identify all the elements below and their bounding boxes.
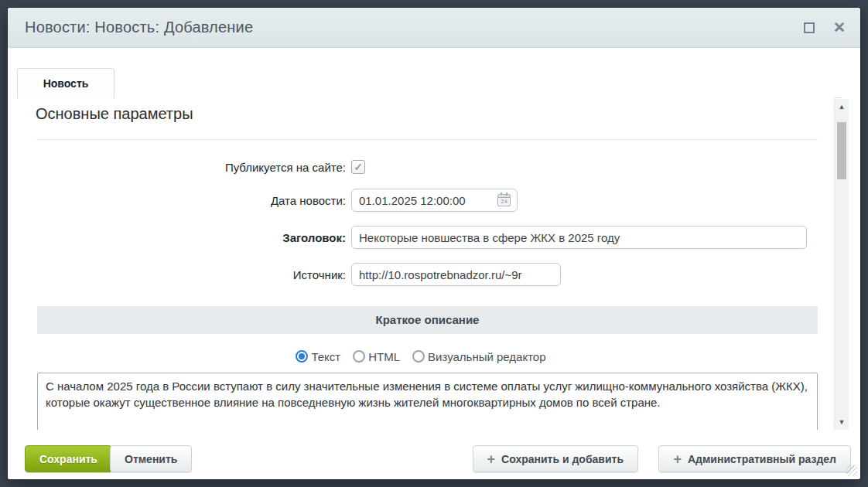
dialog-title: Новости: Новость: Добавление bbox=[25, 19, 253, 36]
admin-section-button[interactable]: + Административный раздел bbox=[658, 445, 851, 472]
title-input[interactable] bbox=[351, 226, 807, 249]
mode-option-html[interactable]: HTML bbox=[353, 350, 400, 363]
section-title: Основные параметры bbox=[36, 104, 834, 124]
date-input[interactable] bbox=[351, 189, 518, 212]
radio-html-icon[interactable] bbox=[353, 350, 365, 363]
source-input[interactable] bbox=[351, 263, 561, 286]
resize-handle[interactable] bbox=[846, 465, 857, 476]
mode-option-visual[interactable]: Визуальный редактор bbox=[412, 350, 546, 363]
title-row: Заголовок: bbox=[8, 226, 834, 249]
form-scrollbar[interactable]: ▲ ▼ bbox=[834, 99, 849, 430]
mode-text-label: Текст bbox=[311, 350, 340, 363]
source-row: Источник: bbox=[8, 263, 834, 286]
form-scroll-area: Основные параметры Публикуется на сайте:… bbox=[8, 97, 834, 430]
page-overlay-background: Новости: Новость: Добавление ✕ Новость О… bbox=[0, 0, 868, 487]
date-input-wrap: 24 bbox=[351, 189, 518, 212]
scroll-down-icon[interactable]: ▼ bbox=[835, 418, 849, 426]
admin-section-label: Административный раздел bbox=[688, 453, 836, 465]
scrollbar-thumb[interactable] bbox=[837, 122, 846, 179]
date-label: Дата новости: bbox=[8, 194, 351, 207]
save-button[interactable]: Сохранить bbox=[25, 445, 112, 472]
source-label: Источник: bbox=[8, 268, 351, 281]
scroll-up-icon[interactable]: ▲ bbox=[835, 103, 849, 111]
publish-row: Публикуется на сайте: ✓ bbox=[8, 158, 834, 175]
mode-option-text[interactable]: Текст bbox=[296, 350, 340, 363]
mode-html-label: HTML bbox=[368, 350, 400, 363]
radio-visual-icon[interactable] bbox=[412, 350, 425, 363]
dialog-window: Новости: Новость: Добавление ✕ Новость О… bbox=[8, 8, 860, 479]
publish-label: Публикуется на сайте: bbox=[8, 161, 351, 174]
editor-mode-row: Текст HTML Визуальный редактор bbox=[8, 349, 834, 364]
cancel-button[interactable]: Отменить bbox=[110, 445, 192, 472]
maximize-icon[interactable] bbox=[804, 22, 815, 33]
close-icon[interactable]: ✕ bbox=[833, 19, 846, 36]
title-label: Заголовок: bbox=[8, 231, 351, 244]
section-divider bbox=[36, 139, 818, 140]
date-row: Дата новости: 24 bbox=[8, 189, 834, 212]
tab-news[interactable]: Новость bbox=[17, 68, 114, 98]
description-textarea[interactable]: С началом 2025 года в России вступают в … bbox=[37, 373, 818, 430]
calendar-icon-day: 24 bbox=[498, 198, 510, 205]
description-section-header: Краткое описание bbox=[37, 306, 818, 334]
calendar-icon[interactable]: 24 bbox=[497, 194, 511, 206]
plus-icon: + bbox=[487, 452, 496, 466]
save-and-add-button[interactable]: + Сохранить и добавить bbox=[473, 445, 638, 472]
button-bar: Сохранить Отменить + Сохранить и добавит… bbox=[8, 430, 860, 479]
save-and-add-label: Сохранить и добавить bbox=[501, 453, 624, 465]
mode-visual-label: Визуальный редактор bbox=[428, 350, 546, 363]
plus-icon: + bbox=[673, 452, 682, 466]
form-rows: Публикуется на сайте: ✓ Дата новости: 24… bbox=[8, 158, 834, 286]
publish-checkbox[interactable]: ✓ bbox=[351, 160, 365, 174]
dialog-titlebar: Новости: Новость: Добавление ✕ bbox=[8, 8, 860, 48]
radio-text-icon[interactable] bbox=[296, 350, 308, 363]
